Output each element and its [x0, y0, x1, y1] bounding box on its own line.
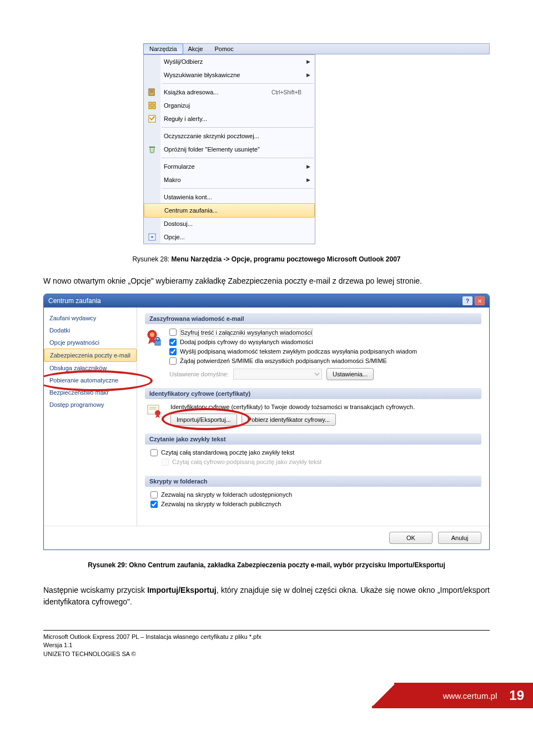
menubar-item-akcje[interactable]: Akcje: [183, 44, 209, 54]
figure-caption-29: Rysunek 29: Okno Centrum zaufania, zakła…: [43, 561, 490, 569]
menu-options[interactable]: Opcje...: [144, 230, 315, 244]
checkbox-scripts-public[interactable]: [150, 501, 158, 508]
footer-url: www.certum.pl: [443, 691, 497, 700]
svg-rect-14: [156, 337, 159, 341]
chevron-right-icon: ▶: [306, 59, 310, 64]
menu-account-settings[interactable]: Ustawienia kont...: [144, 190, 315, 204]
checkbox-read-plain[interactable]: [150, 449, 158, 456]
checkbox-scripts-shared[interactable]: [150, 491, 158, 498]
nav-programmatic[interactable]: Dostęp programowy: [44, 399, 137, 411]
group-header: Skrypty w folderach: [145, 476, 481, 487]
menu-rules-alerts[interactable]: Reguły i alerty...: [144, 112, 315, 125]
menu-customize[interactable]: Dostosuj...: [144, 217, 315, 230]
label-read-plain: Czytaj całą standardową pocztę jako zwyk…: [161, 449, 294, 456]
default-setting-label: Ustawienie domyślne:: [169, 371, 229, 377]
menu-address-book[interactable]: Książka adresowa...Ctrl+Shift+B: [144, 85, 315, 99]
menu-trust-center[interactable]: Centrum zaufania...: [144, 203, 315, 218]
label-scripts-shared: Zezwalaj na skrypty w folderach udostępn…: [161, 491, 292, 498]
checkbox-cleartext[interactable]: [169, 348, 177, 355]
chevron-right-icon: ▶: [306, 177, 310, 183]
group-folder-scripts: Skrypty w folderach Zezwalaj na skrypty …: [145, 476, 481, 512]
menu-forms[interactable]: Formularze▶: [144, 160, 315, 173]
ribbon-lock-icon: [146, 330, 162, 347]
trust-center-window: Centrum zaufania ? ✕ Zaufani wydawcy Dod…: [43, 294, 490, 550]
ok-button[interactable]: OK: [389, 532, 433, 544]
nav-privacy[interactable]: Opcje prywatności: [44, 336, 137, 349]
menu-separator: [162, 188, 314, 189]
label-scripts-public: Zezwalaj na skrypty w folderach publiczn…: [161, 501, 281, 507]
menubar-item-narzedzia[interactable]: Narzędzia: [143, 43, 183, 54]
chevron-right-icon: ▶: [306, 72, 310, 78]
window-titlebar: Centrum zaufania ? ✕: [44, 294, 489, 308]
svg-point-10: [151, 236, 153, 238]
menu-macro[interactable]: Makro▶: [144, 173, 315, 187]
menu-empty-deleted[interactable]: Opróżnij folder "Elementy usunięte": [144, 143, 315, 156]
menubar-item-pomoc[interactable]: Pomoc: [209, 44, 239, 54]
svg-point-12: [150, 332, 154, 337]
svg-rect-5: [149, 106, 152, 109]
tools-dropdown: Wyślij/Odbierz▶ Wyszukiwanie błyskawiczn…: [143, 54, 315, 244]
trash-icon: [144, 145, 160, 154]
nav-email-security[interactable]: Zabezpieczenia poczty e-mail: [44, 349, 137, 362]
footer-text: Microsoft Outlook Express 2007 PL – Inst…: [43, 633, 490, 658]
cancel-button[interactable]: Anuluj: [438, 532, 481, 544]
import-export-button[interactable]: Importuj/Eksportuj...: [170, 414, 237, 426]
footer-rule: [43, 630, 490, 631]
trust-nav-sidebar: Zaufani wydawcy Dodatki Opcje prywatnośc…: [44, 308, 137, 526]
tools-menu-screenshot: Narzędzia Akcje Pomoc Wyślij/Odbierz▶ Wy…: [143, 43, 490, 244]
menubar: Narzędzia Akcje Pomoc: [143, 43, 490, 54]
svg-rect-4: [153, 102, 155, 105]
svg-rect-8: [149, 147, 155, 148]
label-smime-receipt: Żądaj potwierdzeń S/MIME dla wszystkich …: [180, 357, 387, 364]
group-digital-ids: Identyfikatory cyfrowe (certyfikaty) Ide…: [145, 388, 481, 428]
default-setting-select[interactable]: [233, 369, 322, 380]
paragraph-intro: W nowo otwartym oknie „Opcje" wybieramy …: [43, 275, 490, 287]
group-header: Czytanie jako zwykły tekst: [145, 434, 481, 445]
checkbox-sign[interactable]: [169, 339, 177, 346]
nav-trusted-publishers[interactable]: Zaufani wydawcy: [44, 312, 137, 324]
checkbox-smime-receipt[interactable]: [169, 357, 177, 365]
menu-separator: [162, 127, 314, 128]
group-header: Zaszyfrowana wiadomość e-mail: [145, 313, 481, 324]
close-button[interactable]: ✕: [475, 296, 485, 305]
organize-icon: [144, 101, 160, 110]
page-number: 19: [509, 688, 524, 703]
menu-separator: [162, 83, 314, 84]
menu-instant-search[interactable]: Wyszukiwanie błyskawiczne▶: [144, 68, 315, 82]
chevron-right-icon: ▶: [306, 164, 310, 169]
group-plain-text: Czytanie jako zwykły tekst Czytaj całą s…: [145, 434, 481, 470]
figure-caption-28: Rysunek 28: Menu Narzędzia -> Opcje, pro…: [43, 255, 490, 263]
nav-auto-download[interactable]: Pobieranie automatyczne: [44, 374, 137, 386]
label-read-signed-plain: Czytaj całą cyfrowo podpisaną pocztę jak…: [172, 458, 321, 465]
label-sign: Dodaj podpis cyfrowy do wysyłanych wiado…: [180, 339, 313, 345]
nav-macro-security[interactable]: Bezpieczeństwo makr: [44, 386, 137, 399]
label-cleartext: Wyślij podpisaną wiadomość tekstem zwykł…: [180, 348, 417, 355]
menu-mailbox-cleanup[interactable]: Oczyszczanie skrzynki pocztowej...: [144, 129, 315, 143]
get-digital-id-button[interactable]: Pobierz identyfikator cyfrowy...: [242, 414, 336, 426]
svg-rect-3: [149, 102, 152, 105]
group-header: Identyfikatory cyfrowe (certyfikaty): [145, 388, 481, 399]
svg-rect-6: [153, 106, 155, 109]
menu-separator: [162, 158, 314, 158]
digital-id-description: Identyfikatory cyfrowe (certyfikaty) to …: [147, 404, 479, 410]
menu-send-receive[interactable]: Wyślij/Odbierz▶: [144, 55, 315, 68]
help-button[interactable]: ?: [462, 296, 472, 305]
settings-button[interactable]: Ustawienia...: [326, 368, 374, 380]
menu-organize[interactable]: Organizuj: [144, 99, 315, 112]
nav-addins[interactable]: Dodatki: [44, 324, 137, 336]
options-icon: [144, 233, 160, 241]
page-footer-bar: www.certum.pl 19: [0, 683, 533, 708]
book-icon: [144, 88, 160, 97]
label-encrypt: Szyfruj treść i załączniki wysyłanych wi…: [180, 329, 313, 336]
paragraph-import: Następnie wciskamy przycisk Importuj/Eks…: [43, 584, 490, 608]
nav-attachments[interactable]: Obsługa załączników: [44, 362, 137, 374]
window-title: Centrum zaufania: [48, 297, 101, 305]
group-encrypted-email: Zaszyfrowana wiadomość e-mail Szyfruj tr…: [145, 313, 481, 382]
checkbox-read-signed-plain: [162, 458, 169, 466]
checkbox-encrypt[interactable]: [169, 329, 177, 336]
rules-icon: [144, 114, 160, 123]
